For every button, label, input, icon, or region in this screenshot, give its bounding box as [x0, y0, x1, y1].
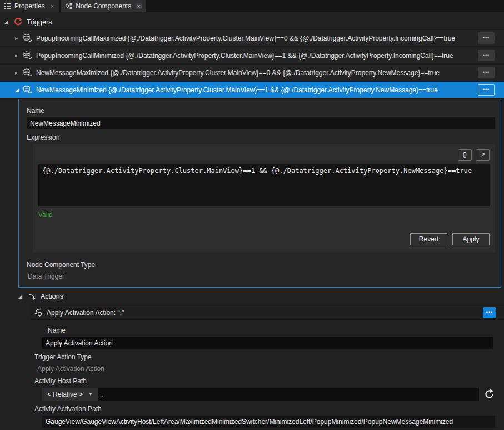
action-name-input[interactable]: [42, 337, 493, 349]
node-component-type-value: Data Trigger: [27, 273, 497, 280]
data-trigger-icon: [23, 34, 32, 42]
action-title: Apply Activation Action: ".": [47, 309, 124, 317]
expander-icon[interactable]: ◢: [4, 19, 9, 25]
triggers-section-header: ◢ Triggers: [4, 18, 504, 26]
expression-code-editor[interactable]: {@./Datatrigger.ActivityProperty.Cluster…: [38, 164, 490, 206]
revert-button[interactable]: Revert: [410, 233, 447, 245]
window: { "icons": { "more": "•••", "close": "×"…: [0, 0, 504, 430]
apply-activation-action-icon: [33, 308, 43, 317]
expression-buttons: Revert Apply: [38, 233, 490, 245]
actions-section-header: ◢ Actions: [18, 293, 504, 300]
more-options-button[interactable]: •••: [478, 32, 495, 44]
trigger-rows: ▸ PopupIncomingCallMaximized {@./Datatri…: [0, 29, 504, 99]
more-options-button[interactable]: •••: [478, 84, 495, 96]
expander-icon[interactable]: ▸: [15, 52, 21, 58]
insert-braces-button[interactable]: {}: [458, 149, 472, 161]
name-label: Name: [42, 327, 495, 334]
expander-icon[interactable]: ▸: [15, 70, 21, 76]
host-path-input[interactable]: [98, 388, 479, 401]
action-row-apply-activation[interactable]: Apply Activation Action: "." •••: [31, 305, 504, 320]
triggers-icon: [14, 18, 22, 26]
dropdown-value: < Relative >: [47, 391, 83, 398]
more-options-button[interactable]: •••: [483, 307, 496, 318]
node-components-icon: [65, 3, 72, 9]
close-icon[interactable]: ×: [49, 3, 55, 9]
trigger-action-type-label: Trigger Action Type: [34, 353, 495, 361]
data-trigger-icon: [23, 68, 32, 77]
expression-label: Expression: [27, 134, 497, 141]
expression-toolbar: {} ↗: [38, 149, 490, 161]
section-title: Actions: [41, 293, 63, 300]
more-options-button[interactable]: •••: [478, 67, 495, 78]
expander-icon[interactable]: ◢: [15, 87, 21, 93]
actions-icon: [28, 293, 36, 300]
trigger-title: NewMessageMaximized {@./Datatrigger.Acti…: [36, 69, 440, 77]
data-trigger-icon: [23, 86, 32, 94]
activity-host-path-label: Activity Host Path: [34, 377, 495, 385]
trigger-title: NewMessageMinimized {@./Datatrigger.Acti…: [36, 86, 438, 94]
tab-label: Node Components: [76, 2, 131, 10]
activity-activation-path-label: Activity Activation Path: [34, 405, 495, 413]
validation-status: Valid: [38, 211, 490, 219]
tab-node-components[interactable]: Node Components ×: [61, 0, 146, 12]
trigger-detail-panel: Name Expression {} ↗ {@./Datatrigger.Act…: [18, 99, 501, 288]
data-trigger-icon: [23, 51, 32, 60]
activity-activation-path-input[interactable]: [42, 416, 495, 428]
action-detail-panel: Name Trigger Action Type Apply Activatio…: [34, 320, 504, 428]
trigger-row-popupincomingcallmaximized[interactable]: ▸ PopupIncomingCallMaximized {@./Datatri…: [0, 30, 504, 46]
properties-list-icon: [4, 3, 11, 9]
expander-icon[interactable]: ▸: [15, 35, 21, 41]
close-icon[interactable]: ×: [136, 3, 141, 9]
trigger-row-newmessagemaximized[interactable]: ▸ NewMessageMaximized {@./Datatrigger.Ac…: [0, 65, 504, 81]
host-path-mode-dropdown[interactable]: < Relative > ▼: [42, 388, 98, 401]
trigger-row-newmessageminimized-selected[interactable]: ◢ NewMessageMinimized {@./Datatrigger.Ac…: [0, 82, 504, 98]
tab-label: Properties: [14, 2, 45, 10]
trigger-action-type-value: Apply Activation Action: [37, 365, 495, 373]
trigger-row-popupincomingcallminimized[interactable]: ▸ PopupIncomingCallMinimized {@./Datatri…: [0, 47, 504, 63]
tab-properties[interactable]: Properties ×: [0, 0, 59, 12]
trigger-name-input[interactable]: [27, 117, 495, 129]
name-label: Name: [27, 107, 497, 115]
more-options-button[interactable]: •••: [478, 50, 495, 61]
trigger-title: PopupIncomingCallMaximized {@./Datatrigg…: [36, 34, 455, 42]
apply-button[interactable]: Apply: [452, 233, 490, 245]
expression-editor-panel: {} ↗ {@./Datatrigger.ActivityProperty.Cl…: [33, 144, 495, 253]
activity-host-path-row: < Relative > ▼: [42, 388, 495, 401]
chevron-down-icon: ▼: [88, 392, 93, 397]
section-title: Triggers: [27, 18, 52, 26]
resolve-path-icon[interactable]: [483, 388, 495, 400]
node-component-type-label: Node Component Type: [27, 261, 497, 269]
expander-icon[interactable]: ◢: [18, 294, 24, 299]
action-name-block: Name: [42, 327, 495, 349]
open-external-editor-button[interactable]: ↗: [476, 149, 490, 161]
tab-bar: Properties × Node Components ×: [0, 0, 504, 12]
trigger-title: PopupIncomingCallMinimized {@./Datatrigg…: [36, 52, 453, 60]
